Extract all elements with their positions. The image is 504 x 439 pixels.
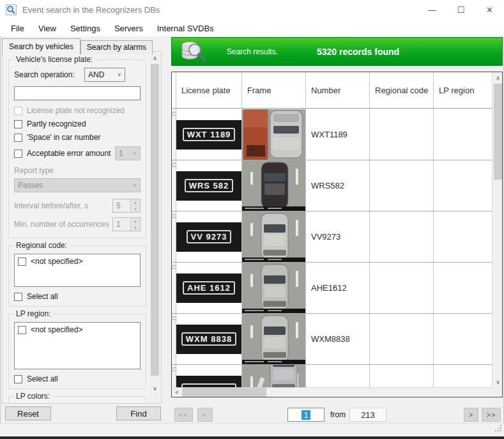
license-plate-image-cell[interactable]: WRS 582	[176, 160, 242, 211]
row-header[interactable]	[172, 365, 176, 387]
license-plate-image-cell[interactable]: AHE 1612	[176, 263, 242, 313]
page-number-input[interactable]: 1	[287, 408, 325, 422]
vehicle-frame-image[interactable]	[242, 160, 306, 211]
regional-code-cell[interactable]	[370, 314, 434, 364]
regional-not-specified-checkbox[interactable]	[18, 258, 26, 266]
reset-button[interactable]: Reset	[5, 406, 51, 420]
min-occurrences-spinner[interactable]: 1 ▲ ▼	[112, 217, 141, 231]
window-title: Event search in the Recognizers DBs	[22, 5, 160, 15]
row-header[interactable]	[172, 212, 176, 262]
regional-code-cell[interactable]	[370, 160, 434, 211]
license-plate-image-cell[interactable]: WXT 1189	[176, 109, 242, 160]
partly-recognized-label: Partly recognized	[27, 119, 86, 128]
scroll-down-icon[interactable]: ∨	[493, 376, 503, 387]
column-header-number[interactable]: Number	[306, 72, 370, 108]
regional-code-list[interactable]: <not specified>	[14, 254, 141, 287]
lp-region-cell[interactable]	[434, 263, 492, 313]
table-row[interactable]: WBA 4888WBA4888	[172, 365, 492, 387]
lp-region-cell[interactable]	[434, 109, 492, 160]
table-row[interactable]: WRS 582WRS582	[172, 160, 492, 212]
license-plate-image-cell[interactable]: WXM 8838	[176, 314, 242, 364]
not-recognized-checkbox[interactable]	[14, 107, 22, 115]
lp-region-cell[interactable]	[434, 365, 492, 387]
total-pages-box: 213	[349, 408, 386, 422]
row-header[interactable]	[172, 160, 176, 211]
license-plate-image-cell[interactable]: WBA 4888	[176, 365, 242, 387]
column-header-lp-region[interactable]: LP region	[434, 72, 492, 108]
regional-code-cell[interactable]	[370, 109, 434, 160]
last-page-button[interactable]: >>	[482, 408, 501, 422]
error-amount-checkbox[interactable]	[14, 150, 22, 158]
table-row[interactable]: AHE 1612AHE1612	[172, 263, 492, 314]
lp-region-cell[interactable]	[434, 212, 492, 262]
lp-region-cell[interactable]	[434, 314, 492, 364]
menu-item-settings[interactable]: Settings	[63, 21, 107, 36]
scrollbar-thumb[interactable]	[151, 64, 159, 376]
menu-item-servers[interactable]: Servers	[107, 21, 150, 36]
table-row[interactable]: VV 9273VV9273	[172, 212, 492, 263]
status-bar	[0, 423, 504, 436]
plate-number-cell[interactable]: WXM8838	[306, 314, 370, 364]
plate-number-cell[interactable]: VV9273	[306, 212, 370, 262]
space-in-number-checkbox[interactable]	[14, 134, 22, 142]
error-amount-select[interactable]: 1 ∨	[115, 146, 141, 160]
regional-code-cell[interactable]	[370, 365, 434, 387]
close-icon[interactable]: ✕	[475, 0, 504, 20]
vehicle-frame-image[interactable]	[242, 365, 306, 387]
table-horizontal-scrollbar[interactable]: <	[172, 387, 492, 397]
spin-up-icon[interactable]: ▲	[131, 218, 140, 224]
find-button[interactable]: Find	[116, 406, 161, 420]
plate-search-input[interactable]	[14, 86, 141, 100]
regional-code-cell[interactable]	[370, 263, 434, 313]
table-row[interactable]: WXT 1189WXT1189	[172, 109, 492, 160]
lp-region-list[interactable]: <not specified>	[14, 322, 141, 369]
menu-item-file[interactable]: File	[4, 21, 31, 36]
row-header[interactable]	[172, 314, 176, 364]
scrollbar-thumb[interactable]	[494, 84, 502, 180]
lp-region-not-specified-checkbox[interactable]	[18, 326, 26, 334]
partly-recognized-checkbox[interactable]	[14, 120, 22, 128]
table-body: WXT 1189WXT1189WRS 582WRS582VV 9273VV927…	[172, 109, 492, 387]
license-plate-image-cell[interactable]: VV 9273	[176, 212, 242, 262]
lp-region-cell[interactable]	[434, 160, 492, 211]
scroll-left-icon[interactable]: <	[172, 388, 182, 397]
column-header-license-plate[interactable]: License plate	[176, 72, 242, 108]
row-header[interactable]	[172, 263, 176, 313]
plate-number-cell[interactable]: WXT1189	[306, 109, 370, 160]
plate-number-cell[interactable]: AHE1612	[306, 263, 370, 313]
interval-spinner[interactable]: 5 ▲ ▼	[112, 199, 141, 213]
minimize-icon[interactable]: —	[418, 0, 447, 20]
vehicle-frame-image[interactable]	[242, 263, 306, 313]
scroll-up-icon[interactable]: ∧	[493, 72, 503, 83]
vehicle-frame-image[interactable]	[242, 314, 306, 364]
report-type-select[interactable]: Passes ∨	[14, 178, 141, 192]
regional-code-cell[interactable]	[370, 212, 434, 262]
regional-select-all-checkbox[interactable]	[14, 293, 22, 301]
tab-search-by-vehicles[interactable]: Search by vehicles	[2, 38, 80, 55]
search-operation-select[interactable]: AND ∨	[84, 68, 125, 82]
first-page-button[interactable]: <<	[174, 408, 193, 422]
vehicle-frame-image[interactable]	[242, 109, 306, 160]
table-vertical-scrollbar[interactable]: ∧ ∨	[492, 72, 502, 387]
spin-down-icon[interactable]: ▼	[131, 206, 140, 212]
maximize-icon[interactable]: ☐	[447, 0, 475, 20]
plate-number-cell[interactable]: WBA4888	[306, 365, 370, 387]
resize-grip[interactable]	[494, 423, 502, 435]
scroll-down-icon[interactable]: ∨	[149, 383, 160, 394]
lp-region-select-all-checkbox[interactable]	[14, 375, 22, 383]
menu-item-internal-svdbs[interactable]: Internal SVDBs	[150, 21, 221, 36]
spin-down-icon[interactable]: ▼	[131, 224, 140, 231]
column-header-regional-code[interactable]: Regional code	[370, 72, 434, 108]
spin-up-icon[interactable]: ▲	[131, 199, 140, 206]
plate-number-cell[interactable]: WRS582	[306, 160, 370, 211]
filter-panel-scrollbar[interactable]: ∧ ∨	[149, 52, 160, 403]
vehicle-frame-image[interactable]	[242, 212, 306, 262]
tab-search-by-alarms[interactable]: Search by alarms	[80, 40, 153, 54]
column-header-frame[interactable]: Frame	[242, 72, 306, 108]
menu-item-view[interactable]: View	[31, 21, 63, 36]
prev-page-button[interactable]: <	[197, 408, 213, 422]
row-header[interactable]	[172, 109, 176, 160]
table-row[interactable]: WXM 8838WXM8838	[172, 314, 492, 365]
next-page-button[interactable]: >	[464, 408, 478, 422]
scrollbar-thumb[interactable]	[182, 388, 266, 397]
